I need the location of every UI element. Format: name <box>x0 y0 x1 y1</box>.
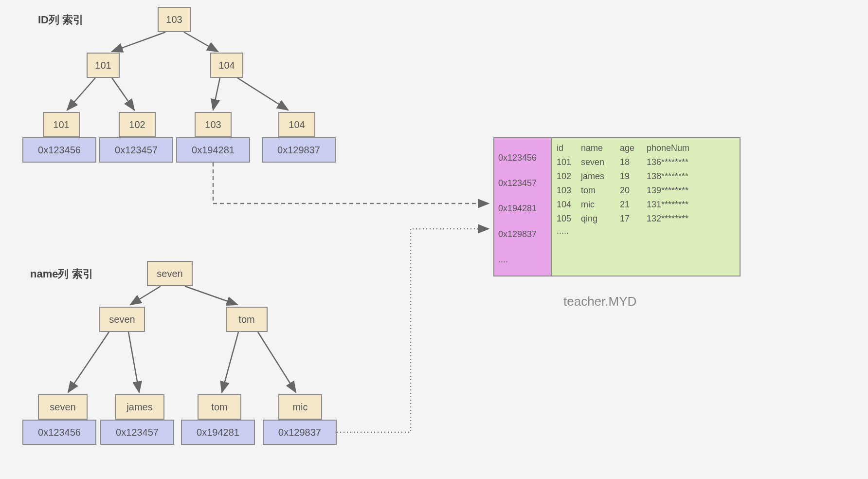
cell: 132******** <box>647 214 735 224</box>
table-addr-column: 0x123456 0x123457 0x194281 0x129837 .... <box>494 138 552 276</box>
id-leaf1-key: 101 <box>43 112 80 137</box>
svg-line-3 <box>67 78 95 110</box>
svg-line-1 <box>112 32 165 52</box>
cell: 131******** <box>647 200 735 210</box>
table-row: 102 james 19 138******** <box>557 169 735 184</box>
svg-line-12 <box>258 332 296 392</box>
table-row: 103 tom 20 139******** <box>557 184 735 198</box>
table-addr-ref: 0x194281 <box>498 203 547 214</box>
name-index-title: name列 索引 <box>30 267 93 281</box>
table-addr-ref: 0x129837 <box>498 229 547 240</box>
svg-line-2 <box>184 32 218 52</box>
name-leaf2-key: james <box>115 394 164 420</box>
name-leaf3-addr: 0x194281 <box>181 420 255 445</box>
cell: tom <box>581 185 620 196</box>
id-l1-right-node: 104 <box>210 53 243 78</box>
cell: 104 <box>557 200 581 210</box>
cell: seven <box>581 157 620 167</box>
table-header: id <box>557 143 581 153</box>
svg-line-10 <box>128 332 139 392</box>
cell: 18 <box>620 157 647 167</box>
name-root-node: seven <box>147 261 193 286</box>
cell: mic <box>581 200 620 210</box>
id-leaf1-addr: 0x123456 <box>22 137 96 163</box>
cell: 101 <box>557 157 581 167</box>
id-leaf3-key: 103 <box>195 112 232 137</box>
cell: 21 <box>620 200 647 210</box>
cell: 138******** <box>647 171 735 182</box>
table-header-row: id name age phoneNum <box>557 141 735 155</box>
cell: 19 <box>620 171 647 182</box>
id-leaf2-addr: 0x123457 <box>99 137 173 163</box>
table-row: 104 mic 21 131******** <box>557 198 735 212</box>
name-leaf3-key: tom <box>198 394 241 420</box>
table-more: ..... <box>557 226 735 236</box>
id-leaf3-addr: 0x194281 <box>176 137 250 163</box>
id-leaf2-key: 102 <box>119 112 156 137</box>
svg-line-8 <box>185 286 237 305</box>
svg-line-11 <box>222 332 238 392</box>
id-leaf4-addr: 0x129837 <box>262 137 336 163</box>
table-data-column: id name age phoneNum 101 seven 18 136***… <box>552 138 740 276</box>
cell: 20 <box>620 185 647 196</box>
table-addr-ref: .... <box>498 255 547 265</box>
cell: 105 <box>557 214 581 224</box>
cell: james <box>581 171 620 182</box>
table-row: 105 qing 17 132******** <box>557 212 735 226</box>
name-leaf1-key: seven <box>38 394 88 420</box>
svg-line-9 <box>68 332 109 392</box>
id-l1-left-node: 101 <box>87 53 120 78</box>
svg-line-4 <box>112 78 134 110</box>
table-header: phoneNum <box>647 143 735 153</box>
id-leaf4-key: 104 <box>278 112 315 137</box>
table-caption: teacher.MYD <box>563 294 636 309</box>
name-leaf1-addr: 0x123456 <box>22 420 96 445</box>
svg-line-5 <box>213 78 220 110</box>
teacher-myd-table: 0x123456 0x123457 0x194281 0x129837 ....… <box>493 137 741 276</box>
name-leaf4-addr: 0x129837 <box>263 420 337 445</box>
table-addr-ref: 0x123456 <box>498 153 547 163</box>
name-l1-left-node: seven <box>99 307 145 332</box>
svg-line-6 <box>237 78 288 110</box>
name-leaf2-addr: 0x123457 <box>100 420 174 445</box>
cell: 103 <box>557 185 581 196</box>
cell: 17 <box>620 214 647 224</box>
id-index-title: ID列 索引 <box>38 13 84 27</box>
svg-line-7 <box>130 286 161 305</box>
cell: qing <box>581 214 620 224</box>
table-addr-ref: 0x123457 <box>498 178 547 188</box>
table-header: age <box>620 143 647 153</box>
name-leaf4-key: mic <box>278 394 322 420</box>
cell: 136******** <box>647 157 735 167</box>
table-header: name <box>581 143 620 153</box>
table-row: 101 seven 18 136******** <box>557 155 735 169</box>
id-root-node: 103 <box>158 7 191 32</box>
name-l1-right-node: tom <box>226 307 268 332</box>
cell: 102 <box>557 171 581 182</box>
cell: 139******** <box>647 185 735 196</box>
